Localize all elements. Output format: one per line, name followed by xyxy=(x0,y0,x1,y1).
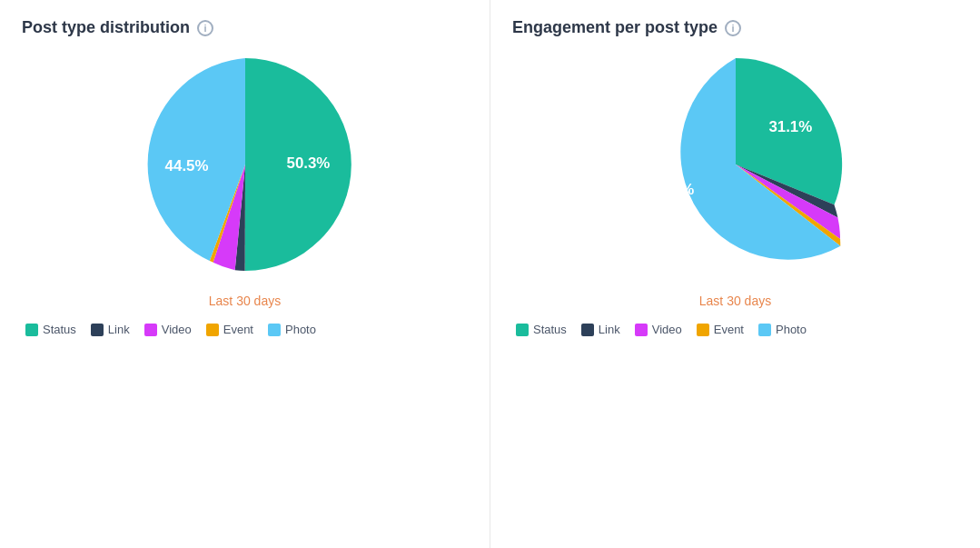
legend-swatch-photo xyxy=(268,324,281,336)
left-photo-label: 44.5% xyxy=(164,157,208,174)
left-period-label: Last 30 days xyxy=(209,294,281,308)
legend-item-photo: Photo xyxy=(268,323,316,336)
legend-item-photo: Photo xyxy=(758,323,807,336)
legend-item-link: Link xyxy=(581,323,620,336)
legend-swatch-event xyxy=(697,324,709,336)
left-chart-area: 50.3% 44.5% Last 30 days xyxy=(22,46,468,308)
legend-label-link: Link xyxy=(108,323,130,336)
legend-label-status: Status xyxy=(43,323,76,336)
legend-label-photo: Photo xyxy=(285,323,316,336)
legend-label-status: Status xyxy=(533,323,567,336)
legend-label-video: Video xyxy=(652,323,682,336)
right-pie-chart: 31.1% 65.0% xyxy=(618,46,854,283)
legend-swatch-link xyxy=(91,324,104,336)
left-pie-chart: 50.3% 44.5% xyxy=(127,46,363,283)
legend-label-event: Event xyxy=(223,323,253,336)
legend-swatch-link xyxy=(581,324,594,336)
right-status-label: 31.1% xyxy=(768,118,812,135)
legend-swatch-status xyxy=(516,324,529,336)
left-legend: StatusLinkVideoEventPhoto xyxy=(22,323,468,336)
left-panel: Post type distribution i xyxy=(0,0,490,548)
legend-item-status: Status xyxy=(25,323,76,336)
legend-item-event: Event xyxy=(206,323,253,336)
legend-swatch-video xyxy=(144,324,157,336)
legend-item-link: Link xyxy=(91,323,130,336)
right-chart-area: 31.1% 65.0% Last 30 days xyxy=(512,46,958,308)
right-period-label: Last 30 days xyxy=(699,294,771,308)
legend-label-event: Event xyxy=(714,323,744,336)
legend-swatch-status xyxy=(25,324,38,336)
legend-item-event: Event xyxy=(697,323,744,336)
left-title-text: Post type distribution xyxy=(22,18,190,37)
legend-item-status: Status xyxy=(516,323,567,336)
legend-item-video: Video xyxy=(635,323,682,336)
left-status-label: 50.3% xyxy=(286,154,330,172)
right-photo-label: 65.0% xyxy=(650,181,694,198)
legend-swatch-photo xyxy=(758,324,771,336)
legend-item-video: Video xyxy=(144,323,192,336)
legend-swatch-event xyxy=(206,324,219,336)
right-panel: Engagement per post type i xyxy=(490,0,980,548)
left-info-icon[interactable]: i xyxy=(197,20,213,36)
legend-label-video: Video xyxy=(162,323,192,336)
legend-label-photo: Photo xyxy=(776,323,807,336)
left-panel-title: Post type distribution i xyxy=(22,18,468,37)
legend-label-link: Link xyxy=(599,323,620,336)
right-title-text: Engagement per post type xyxy=(512,18,718,37)
right-panel-title: Engagement per post type i xyxy=(512,18,958,37)
right-info-icon[interactable]: i xyxy=(725,20,741,36)
right-legend: StatusLinkVideoEventPhoto xyxy=(512,323,958,336)
legend-swatch-video xyxy=(635,324,648,336)
